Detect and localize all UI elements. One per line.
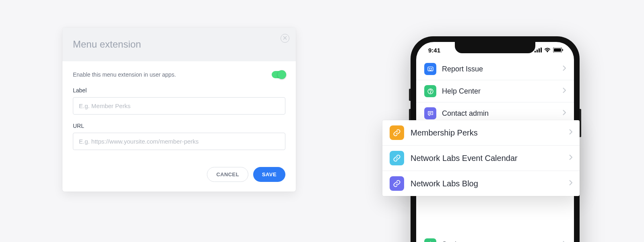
status-time: 9:41 bbox=[428, 47, 440, 54]
menu-item-label: Settings bbox=[442, 240, 557, 242]
extension-label: Network Labs Blog bbox=[411, 179, 563, 188]
menu-extension-dialog: Menu extension Enable this menu extensio… bbox=[62, 27, 296, 192]
extension-label: Membership Perks bbox=[411, 128, 563, 138]
svg-rect-5 bbox=[554, 48, 561, 52]
save-button[interactable]: SAVE bbox=[253, 167, 285, 182]
link-icon bbox=[390, 151, 404, 165]
svg-point-8 bbox=[429, 68, 429, 69]
contact-icon bbox=[424, 107, 436, 119]
chevron-right-icon bbox=[563, 110, 566, 117]
url-input[interactable] bbox=[73, 133, 285, 150]
label-input[interactable] bbox=[73, 97, 285, 115]
signal-icon bbox=[535, 48, 542, 52]
wifi-icon bbox=[544, 48, 551, 52]
svg-rect-2 bbox=[539, 48, 540, 52]
svg-rect-0 bbox=[535, 51, 536, 52]
label-field-caption: Label bbox=[73, 87, 285, 94]
cancel-button[interactable]: CANCEL bbox=[207, 167, 248, 182]
svg-rect-1 bbox=[537, 50, 538, 52]
help-icon bbox=[424, 85, 436, 97]
close-button[interactable] bbox=[281, 34, 289, 43]
report-icon bbox=[424, 63, 436, 75]
extensions-popout: Membership Perks Network Labs Event Cale… bbox=[382, 120, 580, 196]
link-icon bbox=[390, 176, 404, 191]
menu-item-label: Contact admin bbox=[442, 109, 557, 118]
url-field-caption: URL bbox=[73, 123, 285, 129]
menu-item-label: Help Center bbox=[442, 87, 557, 96]
chevron-right-icon bbox=[569, 180, 572, 187]
menu-item-settings[interactable]: Settings bbox=[416, 234, 574, 242]
link-icon bbox=[390, 125, 404, 140]
chevron-right-icon bbox=[563, 65, 566, 73]
extension-label: Network Labs Event Calendar bbox=[411, 154, 563, 163]
enable-description: Enable this menu extension in user apps. bbox=[73, 71, 176, 78]
toggle-knob bbox=[277, 70, 286, 79]
extension-item-event-calendar[interactable]: Network Labs Event Calendar bbox=[382, 146, 580, 171]
dialog-header: Menu extension bbox=[62, 27, 296, 61]
enable-toggle[interactable] bbox=[272, 71, 285, 78]
menu-item-help-center[interactable]: Help Center bbox=[416, 80, 574, 102]
phone-side-button bbox=[580, 109, 581, 137]
close-icon bbox=[283, 35, 287, 41]
chevron-right-icon bbox=[569, 154, 572, 162]
chevron-right-icon bbox=[563, 88, 566, 95]
phone-side-button bbox=[409, 89, 411, 101]
chevron-right-icon bbox=[569, 129, 572, 136]
extension-item-membership-perks[interactable]: Membership Perks bbox=[382, 120, 580, 146]
extension-item-blog[interactable]: Network Labs Blog bbox=[382, 171, 580, 196]
settings-icon bbox=[424, 238, 436, 242]
svg-rect-6 bbox=[562, 49, 563, 51]
phone-notch bbox=[455, 42, 535, 53]
dialog-title: Menu extension bbox=[73, 39, 285, 50]
svg-rect-3 bbox=[541, 48, 542, 52]
menu-item-report-issue[interactable]: Report Issue bbox=[416, 58, 574, 80]
battery-icon bbox=[553, 48, 564, 52]
svg-point-9 bbox=[431, 68, 431, 69]
menu-item-label: Report Issue bbox=[442, 65, 557, 73]
svg-point-11 bbox=[430, 92, 430, 93]
